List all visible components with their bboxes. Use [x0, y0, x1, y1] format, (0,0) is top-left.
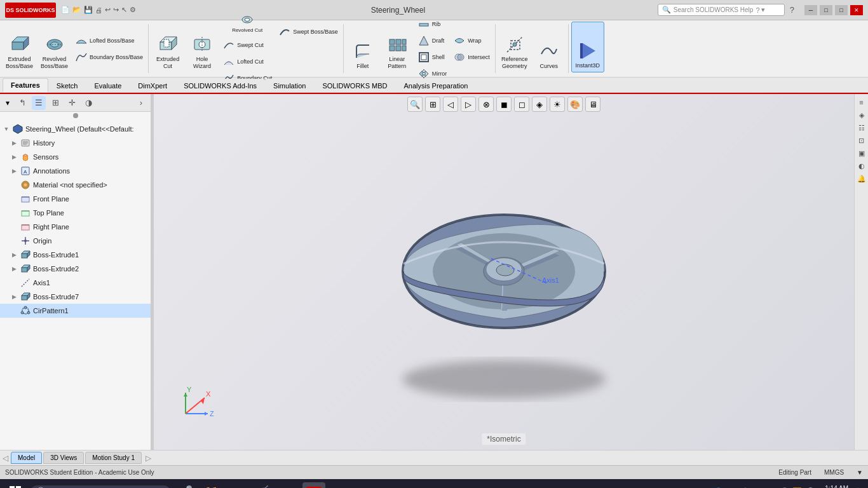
sidebar-grid-btn[interactable]: ⊞: [48, 96, 62, 110]
tree-boss-extrude2[interactable]: ▶ Boss-Extrude2: [0, 262, 151, 276]
vp-zoom-area-btn[interactable]: 🔍: [407, 97, 423, 112]
solidworks-mbd-tab[interactable]: SOLIDWORKS MBD: [314, 79, 395, 92]
vp-next-view-btn[interactable]: ▷: [461, 97, 476, 112]
sidebar-plus-btn[interactable]: ✛: [65, 96, 79, 110]
shell-button[interactable]: Shell: [415, 50, 450, 65]
rp-btn6[interactable]: ◐: [856, 160, 867, 172]
start-button[interactable]: [5, 482, 25, 488]
extruded-cut-button[interactable]: ExtrudedCut: [151, 22, 184, 72]
vp-hide-show-btn[interactable]: ◻: [514, 97, 529, 112]
options-icon[interactable]: ⚙: [130, 6, 136, 14]
bottom-scroll-left[interactable]: ◁: [3, 454, 8, 463]
vp-monitor-btn[interactable]: 🖥: [585, 97, 600, 112]
units-arrow[interactable]: ▼: [857, 469, 863, 476]
tree-right-plane[interactable]: ▶ Right Plane: [0, 220, 151, 234]
lofted-boss-button[interactable]: Lofted Boss/Base: [72, 33, 146, 48]
solidworks-addins-tab[interactable]: SOLIDWORKS Add-Ins: [175, 79, 265, 92]
intersect-button[interactable]: Intersect: [451, 50, 492, 65]
revolved-boss-button[interactable]: RevolvedBoss/Base: [37, 22, 71, 72]
taskbar-store[interactable]: 🛒: [252, 482, 272, 488]
reference-geometry-button[interactable]: ReferenceGeometry: [498, 22, 531, 72]
tree-history[interactable]: ▶ History: [0, 136, 151, 150]
open-icon[interactable]: 📂: [72, 6, 81, 14]
taskbar-mail[interactable]: ✉: [277, 482, 297, 488]
sidebar-list-btn[interactable]: ☰: [32, 96, 46, 110]
vp-edit-appearance-btn[interactable]: ◈: [532, 97, 547, 112]
motion-study-tab[interactable]: Motion Study 1: [85, 452, 142, 464]
rp-btn2[interactable]: ◈: [856, 109, 867, 121]
vp-color-btn[interactable]: 🎨: [567, 97, 583, 112]
tree-top-plane[interactable]: ▶ Top Plane: [0, 206, 151, 220]
taskbar-search[interactable]: 🔍: [31, 485, 170, 488]
swept-cut-button[interactable]: Swept Cut: [220, 37, 275, 53]
undo-icon[interactable]: ↩: [105, 6, 111, 14]
rp-btn5[interactable]: ▣: [856, 147, 867, 159]
dimxpert-tab[interactable]: DimXpert: [130, 79, 175, 92]
model-tab[interactable]: Model: [11, 452, 42, 464]
extruded-boss-button[interactable]: ExtrudedBoss/Base: [3, 22, 36, 72]
rib-button[interactable]: Rib: [415, 17, 450, 32]
sidebar-arrow-btn[interactable]: ↰: [15, 96, 29, 110]
taskbar-explorer[interactable]: 📁: [201, 482, 221, 488]
tree-boss-extrude1[interactable]: ▶ Boss-Extrude1: [0, 248, 151, 262]
rp-btn4[interactable]: ⊡: [856, 135, 867, 146]
vp-prev-view-btn[interactable]: ◁: [443, 97, 458, 112]
viewport[interactable]: 🔍 ⊞ ◁ ▷ ⊗ ◼ ◻ ◈ ☀ 🎨 🖥: [154, 94, 854, 450]
rp-btn3[interactable]: ☷: [856, 122, 867, 133]
rp-btn7[interactable]: 🔔: [856, 173, 867, 184]
new-icon[interactable]: 📄: [61, 6, 70, 14]
instant3d-button[interactable]: Instant3D: [571, 22, 604, 72]
tree-boss-extrude7[interactable]: ▶ Boss-Extrude7: [0, 290, 151, 304]
select-icon[interactable]: ↖: [121, 6, 127, 14]
help-question-icon[interactable]: ?: [790, 5, 794, 15]
history-expand[interactable]: ▶: [10, 139, 18, 147]
filter-icon[interactable]: ▾: [3, 98, 13, 108]
tree-root[interactable]: ▼ Steering_Wheel (Default<<Default:: [0, 122, 151, 136]
boss-extrude1-expand[interactable]: ▶: [10, 251, 18, 259]
units-display[interactable]: MMGS: [824, 469, 844, 476]
fillet-button[interactable]: Fillet: [346, 22, 379, 72]
evaluate-tab[interactable]: Evaluate: [86, 79, 130, 92]
redo-icon[interactable]: ↪: [113, 6, 119, 14]
tree-annotations[interactable]: ▶ A Annotations: [0, 164, 151, 178]
draft-button[interactable]: Draft: [415, 33, 450, 48]
boss-extrude2-expand[interactable]: ▶: [10, 265, 18, 273]
tree-front-plane[interactable]: ▶ Front Plane: [0, 192, 151, 206]
tree-sensors[interactable]: ▶ Sensors: [0, 150, 151, 164]
swept-boss-button[interactable]: Swept Boss/Base: [276, 24, 341, 39]
sidebar-color-btn[interactable]: ◑: [81, 96, 95, 110]
sidebar-expand-btn[interactable]: ›: [134, 96, 148, 110]
3d-views-tab[interactable]: 3D Views: [43, 452, 84, 464]
vp-zoom-fit-btn[interactable]: ⊞: [425, 97, 440, 112]
hole-wizard-button[interactable]: HoleWizard: [186, 22, 219, 72]
root-expand[interactable]: ▼: [3, 125, 10, 133]
clock[interactable]: 1:14 AM 1/27/2018: [820, 485, 849, 488]
curves-button[interactable]: Curves: [532, 22, 566, 72]
save-icon[interactable]: 💾: [84, 6, 93, 14]
taskbar-solidworks[interactable]: SW: [302, 482, 325, 488]
boss-extrude7-expand[interactable]: ▶: [10, 293, 18, 301]
restore-button[interactable]: □: [820, 5, 832, 15]
vp-scene-btn[interactable]: ☀: [550, 97, 565, 112]
annotations-expand[interactable]: ▶: [10, 167, 18, 175]
search-dropdown-icon[interactable]: ▾: [761, 6, 765, 14]
revolved-cut-button[interactable]: Revolved Cut: [220, 12, 275, 36]
bottom-scroll-right[interactable]: ▷: [146, 454, 151, 463]
close-button[interactable]: ✕: [850, 5, 863, 15]
rp-btn1[interactable]: ≡: [856, 97, 867, 108]
lofted-cut-button[interactable]: Lofted Cut: [220, 54, 275, 69]
maximize-button[interactable]: □: [835, 5, 848, 15]
tree-cir-pattern1[interactable]: ▶ CirPattern1: [0, 304, 151, 318]
analysis-prep-tab[interactable]: Analysis Preparation: [396, 79, 477, 92]
boundary-boss-button[interactable]: Boundary Boss/Base: [72, 50, 146, 65]
linear-pattern-button[interactable]: LinearPattern: [381, 22, 414, 72]
features-tab[interactable]: Features: [3, 78, 48, 92]
wrap-button[interactable]: Wrap: [451, 33, 492, 48]
tree-material[interactable]: ▶ Material <not specified>: [0, 178, 151, 192]
taskbar-mic[interactable]: 🎤: [175, 482, 196, 488]
simulation-tab[interactable]: Simulation: [265, 79, 314, 92]
print-icon[interactable]: 🖨: [95, 6, 102, 14]
vp-section-btn[interactable]: ⊗: [478, 97, 494, 112]
sensors-expand[interactable]: ▶: [10, 153, 18, 161]
help-search[interactable]: 🔍 Search SOLIDWORKS Help ? ▾: [658, 4, 785, 16]
